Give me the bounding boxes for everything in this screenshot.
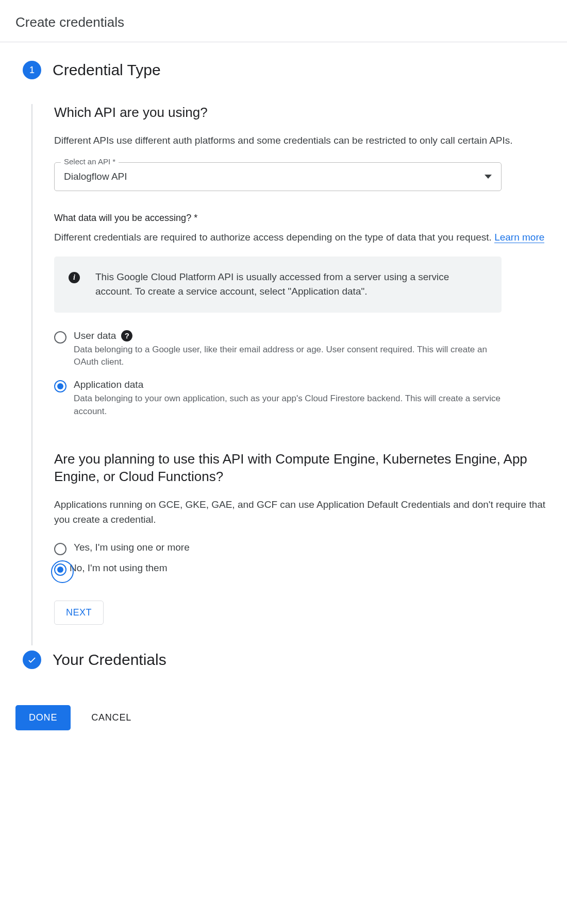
api-select-label: Select an API *: [61, 157, 119, 166]
question-api-desc: Different APIs use different auth platfo…: [54, 133, 552, 148]
radio-user-data[interactable]: User data ? Data belonging to a Google u…: [54, 330, 552, 369]
radio-input-yes[interactable]: [54, 543, 66, 555]
check-icon: [27, 655, 37, 665]
radio-input-application-data[interactable]: [54, 380, 66, 392]
data-access-label: What data will you be accessing? *: [54, 213, 552, 224]
radio-label-application-data: Application data: [74, 379, 143, 390]
radio-application-data[interactable]: Application data Data belonging to your …: [54, 379, 552, 418]
step-2-header: Your Credentials: [23, 651, 552, 669]
question-platform-heading: Are you planning to use this API with Co…: [54, 451, 552, 486]
question-platform-desc: Applications running on GCE, GKE, GAE, a…: [54, 497, 552, 527]
radio-sub-application-data: Data belonging to your own application, …: [74, 392, 502, 418]
step-1-body: Which API are you using? Different APIs …: [31, 104, 552, 645]
info-text: This Google Cloud Platform API is usuall…: [95, 270, 487, 299]
help-icon[interactable]: ?: [121, 330, 132, 341]
main-container: 1 Credential Type Which API are you usin…: [0, 42, 567, 705]
info-icon: i: [69, 272, 80, 283]
learn-more-link[interactable]: Learn more: [494, 232, 544, 243]
radio-label-no: No, I'm not using them: [70, 562, 168, 574]
radio-input-no[interactable]: [54, 563, 66, 576]
radio-yes-using[interactable]: Yes, I'm using one or more: [54, 542, 552, 555]
radio-no-not-using[interactable]: No, I'm not using them: [54, 562, 552, 576]
radio-label-user-data: User data: [74, 330, 116, 341]
step-2-badge: [23, 651, 41, 669]
page-header: Create credentials: [0, 0, 567, 42]
next-button[interactable]: NEXT: [54, 601, 104, 625]
cancel-button[interactable]: CANCEL: [91, 712, 131, 723]
data-access-desc: Different credentials are required to au…: [54, 230, 552, 245]
step-1-header: 1 Credential Type: [23, 61, 552, 79]
info-box: i This Google Cloud Platform API is usua…: [54, 256, 502, 313]
step-2-title: Your Credentials: [53, 651, 166, 669]
step-1-badge: 1: [23, 61, 41, 79]
radio-input-user-data[interactable]: [54, 331, 66, 344]
api-select[interactable]: Select an API * Dialogflow API: [54, 162, 502, 191]
radio-label-yes: Yes, I'm using one or more: [74, 542, 190, 553]
bottom-actions: DONE CANCEL: [0, 705, 567, 746]
radio-sub-user-data: Data belonging to a Google user, like th…: [74, 344, 502, 369]
step-1-title: Credential Type: [53, 61, 161, 79]
page-title: Create credentials: [15, 14, 552, 30]
api-select-value-row: Dialogflow API: [55, 163, 501, 191]
dropdown-arrow-icon: [485, 175, 492, 179]
done-button[interactable]: DONE: [15, 705, 71, 730]
api-select-value: Dialogflow API: [64, 171, 127, 182]
question-api-heading: Which API are you using?: [54, 104, 552, 122]
